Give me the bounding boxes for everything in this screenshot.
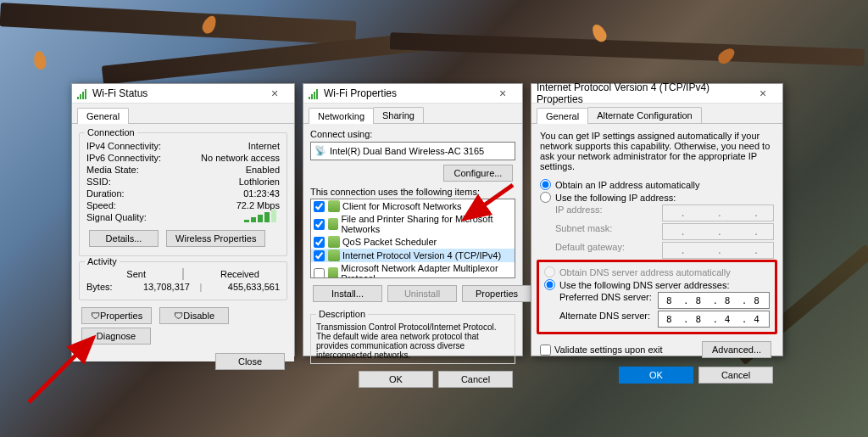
- tab-networking[interactable]: Networking: [309, 108, 374, 124]
- wifi-props-titlebar[interactable]: Wi-Fi Properties ×: [303, 84, 522, 104]
- ipv4-label: IPv4 Connectivity:: [86, 141, 161, 151]
- configure-button[interactable]: Configure...: [443, 165, 513, 182]
- radio-auto-ip[interactable]: [540, 179, 551, 190]
- props-tabs: Networking Sharing: [303, 104, 522, 124]
- item-checkbox[interactable]: [314, 201, 325, 212]
- protocol-icon: [328, 200, 340, 212]
- alt-dns-field[interactable]: 8. 8. 4. 4: [658, 311, 770, 328]
- gateway-label: Default gateway:: [555, 242, 625, 259]
- protocol-icon: [328, 236, 340, 248]
- ok-button[interactable]: OK: [359, 371, 433, 388]
- radio-manual-dns[interactable]: [544, 279, 555, 290]
- signal-label: Signal Quality:: [86, 212, 147, 224]
- ipv6-value: No network access: [201, 153, 280, 163]
- adapter-name: Intel(R) Dual Band Wireless-AC 3165: [330, 146, 484, 156]
- item-checkbox[interactable]: [314, 250, 325, 261]
- item-label: QoS Packet Scheduler: [342, 237, 437, 247]
- details-button[interactable]: Details...: [89, 230, 159, 247]
- tab-alternate[interactable]: Alternate Configuration: [587, 107, 702, 123]
- protocol-icon: [328, 267, 338, 278]
- item-label: Internet Protocol Version 4 (TCP/IPv4): [342, 250, 501, 261]
- list-item[interactable]: Internet Protocol Version 4 (TCP/IPv4): [311, 249, 515, 262]
- wifi-status-title: Wi-Fi Status: [92, 87, 260, 99]
- radio-auto-ip-label: Obtain an IP address automatically: [555, 180, 699, 190]
- tab-general[interactable]: General: [77, 108, 129, 124]
- media-label: Media State:: [86, 165, 139, 175]
- cancel-button[interactable]: Cancel: [698, 367, 773, 384]
- activity-icon: [158, 269, 209, 279]
- list-item[interactable]: Microsoft Network Adapter Multiplexor Pr…: [311, 262, 515, 278]
- duration-value: 01:23:43: [243, 188, 280, 199]
- connect-using-label: Connect using:: [310, 129, 515, 139]
- wifi-status-window: Wi-Fi Status × General Connection IPv4 C…: [71, 83, 295, 356]
- media-value: Enabled: [246, 165, 280, 175]
- tab-sharing[interactable]: Sharing: [373, 107, 424, 123]
- protocol-icon: [328, 218, 338, 230]
- radio-manual-ip[interactable]: [540, 192, 551, 203]
- item-label: Client for Microsoft Networks: [342, 201, 462, 211]
- item-label: File and Printer Sharing for Microsoft N…: [341, 214, 512, 234]
- speed-label: Speed:: [86, 200, 116, 210]
- wifi-icon: [309, 87, 320, 99]
- group-activity-label: Activity: [85, 256, 120, 266]
- ipv4-tabs: General Alternate Configuration: [531, 104, 782, 124]
- ipv4-titlebar[interactable]: Internet Protocol Version 4 (TCP/IPv4) P…: [531, 84, 782, 104]
- items-list[interactable]: Client for Microsoft NetworksFile and Pr…: [310, 199, 515, 278]
- cancel-button[interactable]: Cancel: [438, 371, 513, 388]
- close-icon[interactable]: ×: [260, 86, 289, 101]
- radio-manual-dns-label: Use the following DNS server addresses:: [559, 280, 730, 290]
- install-button[interactable]: Install...: [313, 285, 382, 302]
- close-icon[interactable]: ×: [488, 86, 517, 101]
- disable-button[interactable]: 🛡 Disable: [159, 307, 229, 324]
- ssid-label: SSID:: [86, 176, 111, 187]
- properties-button[interactable]: 🛡 Properties: [81, 307, 152, 324]
- item-checkbox[interactable]: [314, 237, 325, 248]
- close-icon[interactable]: ×: [748, 86, 777, 101]
- wifi-properties-window: Wi-Fi Properties × Networking Sharing Co…: [303, 83, 523, 356]
- ok-button[interactable]: OK: [619, 367, 693, 384]
- duration-label: Duration:: [86, 188, 125, 199]
- validate-checkbox-label[interactable]: Validate settings upon exit: [540, 345, 663, 356]
- item-checkbox[interactable]: [314, 268, 325, 279]
- pref-dns-field[interactable]: 8. 8. 8. 8: [658, 292, 770, 309]
- item-checkbox[interactable]: [314, 219, 325, 230]
- validate-checkbox[interactable]: [540, 345, 551, 356]
- radio-manual-ip-label: Use the following IP address:: [555, 193, 676, 203]
- received-label: Received: [220, 269, 280, 279]
- ipv6-label: IPv6 Connectivity:: [86, 153, 161, 163]
- description-text: Transmission Control Protocol/Internet P…: [316, 322, 509, 360]
- ip-address-field: ...: [662, 204, 774, 221]
- radio-auto-dns: [544, 266, 555, 277]
- status-tabs: General: [72, 104, 294, 124]
- dns-highlight: Obtain DNS server address automatically …: [537, 260, 777, 334]
- advanced-button[interactable]: Advanced...: [702, 341, 771, 358]
- sent-label: Sent: [86, 269, 146, 279]
- uses-items-label: This connection uses the following items…: [310, 187, 515, 197]
- alt-dns-label: Alternate DNS server:: [559, 311, 650, 328]
- group-activity: Activity Sent Received Bytes: 13,708,317…: [79, 261, 287, 300]
- list-item[interactable]: File and Printer Sharing for Microsoft N…: [311, 213, 515, 235]
- uninstall-button[interactable]: Uninstall: [387, 285, 457, 302]
- list-item[interactable]: Client for Microsoft Networks: [311, 199, 515, 213]
- adapter-field[interactable]: 📡 Intel(R) Dual Band Wireless-AC 3165: [310, 142, 515, 160]
- wifi-status-titlebar[interactable]: Wi-Fi Status ×: [72, 84, 294, 104]
- ipv4-properties-window: Internet Protocol Version 4 (TCP/IPv4) P…: [531, 83, 783, 356]
- diagnose-button[interactable]: Diagnose: [81, 328, 151, 345]
- wifi-icon: [77, 87, 89, 99]
- adapter-icon: 📡: [314, 145, 326, 157]
- wireless-properties-button[interactable]: Wireless Properties: [166, 230, 265, 247]
- bytes-label: Bytes:: [86, 282, 125, 292]
- item-properties-button[interactable]: Properties: [462, 285, 531, 302]
- tab-general[interactable]: General: [537, 108, 588, 124]
- ipv4-intro: You can get IP settings assigned automat…: [540, 131, 774, 171]
- sent-bytes: 13,708,317: [131, 282, 190, 292]
- list-item[interactable]: QoS Packet Scheduler: [311, 235, 515, 249]
- subnet-mask-label: Subnet mask:: [555, 223, 612, 240]
- pref-dns-label: Preferred DNS server:: [559, 292, 652, 309]
- description-label: Description: [316, 309, 368, 319]
- group-connection-label: Connection: [85, 127, 137, 137]
- gateway-field: ...: [662, 242, 774, 259]
- radio-auto-dns-label: Obtain DNS server address automatically: [559, 267, 731, 277]
- close-button[interactable]: Close: [215, 353, 285, 370]
- wifi-props-title: Wi-Fi Properties: [324, 87, 488, 99]
